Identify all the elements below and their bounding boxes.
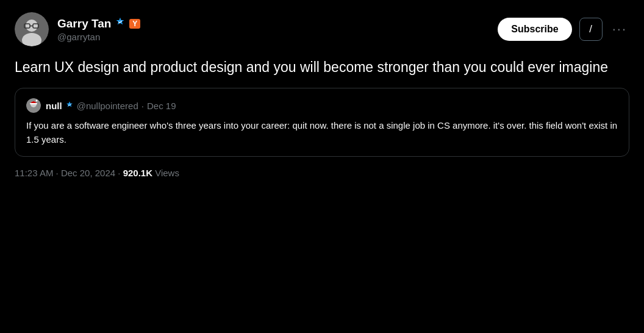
user-text: Garry Tan Y @garrytan xyxy=(57,16,140,42)
meta-dot-2: · xyxy=(118,168,123,178)
views-count: 920.1K xyxy=(123,168,152,178)
svg-rect-8 xyxy=(30,103,37,104)
meta-dot-1: · xyxy=(56,168,61,178)
header-actions: Subscribe / ··· xyxy=(498,18,629,41)
quote-handle[interactable]: @nullpointered xyxy=(77,101,138,111)
user-info: Garry Tan Y @garrytan xyxy=(15,12,140,46)
subscribe-button[interactable]: Subscribe xyxy=(498,18,571,41)
quote-header: null @nullpointered · Dec 19 xyxy=(26,98,618,113)
quote-tweet: null @nullpointered · Dec 19 If you are … xyxy=(15,88,629,157)
user-handle[interactable]: @garrytan xyxy=(57,32,140,42)
more-button[interactable]: ··· xyxy=(610,19,629,40)
quote-user-row: null @nullpointered · Dec 19 xyxy=(46,101,176,111)
user-name-row: Garry Tan Y xyxy=(57,16,140,30)
yc-badge: Y xyxy=(129,19,140,29)
quote-verified-icon xyxy=(65,101,74,111)
tweet-date: Dec 20, 2024 xyxy=(61,168,115,178)
tweet-header: Garry Tan Y @garrytan Subscribe / ··· xyxy=(15,12,629,46)
tweet-meta: 11:23 AM · Dec 20, 2024 · 920.1K Views xyxy=(15,168,629,178)
user-name[interactable]: Garry Tan xyxy=(57,17,111,30)
views-label: Views xyxy=(155,168,179,178)
quote-avatar xyxy=(26,98,41,113)
svg-point-9 xyxy=(36,100,38,102)
quote-date: Dec 19 xyxy=(147,101,176,111)
quote-name[interactable]: null xyxy=(46,101,62,111)
slash-button[interactable]: / xyxy=(579,18,603,41)
main-tweet-text: Learn UX design and product design and y… xyxy=(15,57,629,77)
quote-dot: · xyxy=(141,101,144,111)
tweet-time: 11:23 AM xyxy=(15,168,53,178)
verified-icon xyxy=(115,16,126,30)
avatar[interactable] xyxy=(15,12,49,46)
quote-text: If you are a software engineer who's thr… xyxy=(26,119,618,146)
